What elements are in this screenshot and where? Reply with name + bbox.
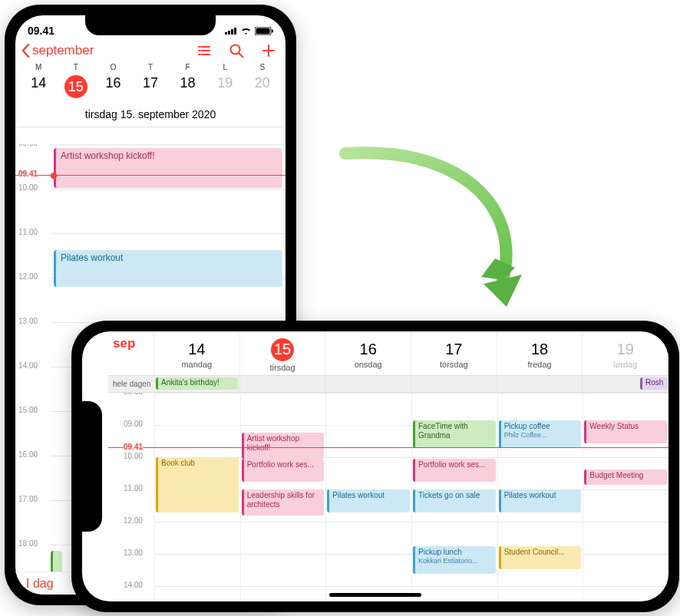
hour-label: 17.00 bbox=[18, 495, 49, 503]
allday-row: hele dagen Ankita's birthday!Rosh bbox=[108, 376, 668, 393]
calendar-event[interactable]: Budget Meeting bbox=[584, 469, 667, 485]
hour-label: 10.00 bbox=[124, 452, 143, 460]
calendar-event[interactable]: Portfolio work ses... bbox=[242, 459, 325, 482]
svg-point-7 bbox=[231, 45, 240, 54]
calendar-event[interactable]: Pilates workout bbox=[54, 250, 282, 287]
calendar-event[interactable]: Pickup coffeePhilz Coffee... bbox=[499, 420, 582, 448]
weekday-label: O bbox=[94, 63, 132, 73]
nav-bar: september bbox=[15, 40, 286, 63]
date-title: tirsdag 15. september 2020 bbox=[15, 105, 286, 127]
calendar-event[interactable]: Portfolio work ses... bbox=[413, 459, 496, 482]
week-grid[interactable]: 08.0009.0010.0011.0012.0013.0014.00Book … bbox=[108, 393, 668, 601]
calendar-event[interactable]: Pilates workout bbox=[327, 489, 410, 512]
month-label[interactable]: sep bbox=[108, 331, 154, 375]
hour-label: 13.00 bbox=[124, 548, 143, 557]
calendar-event[interactable]: Student Council... bbox=[499, 546, 582, 569]
hour-label: 14.00 bbox=[18, 361, 49, 370]
week-header: sep 14mandag15tirsdag16onsdag17torsdag18… bbox=[108, 331, 668, 376]
calendar-event[interactable]: Book club bbox=[156, 457, 239, 512]
svg-rect-5 bbox=[256, 28, 270, 34]
day-column-header[interactable]: 17torsdag bbox=[411, 331, 497, 375]
hour-label: 10.00 bbox=[18, 183, 49, 192]
notch bbox=[82, 401, 102, 532]
phone-landscape: sep 14mandag15tirsdag16onsdag17torsdag18… bbox=[71, 321, 679, 612]
signal-icon bbox=[225, 27, 237, 35]
allday-cell: Ankita's birthday! bbox=[154, 376, 240, 392]
svg-rect-3 bbox=[234, 28, 236, 35]
weekday-label: F bbox=[169, 63, 206, 73]
svg-rect-1 bbox=[228, 31, 230, 35]
search-icon[interactable] bbox=[229, 43, 244, 58]
hour-label: 12.00 bbox=[18, 272, 49, 281]
weekday-label: T bbox=[58, 63, 95, 73]
allday-cell bbox=[240, 376, 326, 392]
date-cell[interactable]: 14 bbox=[20, 73, 58, 100]
allday-cell bbox=[497, 376, 583, 392]
home-indicator[interactable] bbox=[329, 593, 421, 597]
date-cell[interactable]: 15 bbox=[58, 73, 95, 100]
calendar-event[interactable] bbox=[51, 551, 62, 572]
weekday-label: S bbox=[243, 63, 281, 73]
hour-label: 14.00 bbox=[124, 581, 143, 589]
date-cell[interactable]: 18 bbox=[169, 73, 206, 100]
back-button[interactable]: september bbox=[20, 43, 94, 58]
weekday-label: T bbox=[132, 63, 170, 73]
status-icons bbox=[225, 27, 273, 35]
calendar-event[interactable]: FaceTime with Grandma bbox=[413, 420, 496, 448]
svg-rect-0 bbox=[225, 32, 227, 35]
calendar-event[interactable]: Pilates workout bbox=[499, 489, 582, 512]
hour-label: 08.00 bbox=[124, 393, 143, 396]
allday-label: hele dagen bbox=[108, 380, 154, 388]
day-column-header[interactable]: 18fredag bbox=[497, 331, 583, 375]
weekday-label: L bbox=[206, 63, 244, 73]
landscape-screen: sep 14mandag15tirsdag16onsdag17torsdag18… bbox=[82, 331, 668, 601]
rotation-arrow-icon bbox=[307, 146, 537, 315]
wifi-icon bbox=[240, 27, 252, 35]
battery-icon bbox=[255, 27, 273, 35]
allday-event[interactable]: Ankita's birthday! bbox=[156, 377, 238, 390]
hour-label: 11.00 bbox=[18, 228, 49, 236]
now-indicator: 09.41 bbox=[108, 447, 668, 448]
day-column-header[interactable]: 16onsdag bbox=[325, 331, 411, 375]
hour-label: 09.00 bbox=[18, 144, 49, 147]
weekday-row: MTOTFLS bbox=[15, 63, 286, 73]
date-cell[interactable]: 20 bbox=[243, 73, 281, 100]
day-column-header[interactable]: 19lørdag bbox=[583, 331, 668, 375]
list-icon[interactable] bbox=[196, 43, 212, 58]
status-time: 09.41 bbox=[28, 25, 54, 37]
hour-label: 13.00 bbox=[18, 317, 49, 325]
allday-cell bbox=[411, 376, 497, 392]
date-cell[interactable]: 16 bbox=[94, 73, 132, 100]
hour-label: 12.00 bbox=[124, 516, 143, 525]
hour-label: 11.00 bbox=[124, 484, 143, 492]
allday-cell: Rosh bbox=[583, 376, 668, 392]
hour-label: 18.00 bbox=[18, 539, 49, 548]
day-column-header[interactable]: 15tirsdag bbox=[240, 331, 326, 375]
date-cell[interactable]: 19 bbox=[206, 73, 244, 100]
svg-rect-2 bbox=[231, 29, 233, 35]
date-row: 14151617181920 bbox=[15, 73, 286, 105]
allday-cell bbox=[325, 376, 411, 392]
svg-rect-6 bbox=[272, 29, 273, 32]
hour-label: 16.00 bbox=[18, 450, 49, 459]
hour-label: 15.00 bbox=[18, 406, 49, 414]
add-icon[interactable] bbox=[261, 43, 276, 58]
notch bbox=[85, 15, 216, 35]
chevron-left-icon bbox=[20, 44, 31, 58]
hour-label: 09.00 bbox=[124, 420, 143, 428]
now-indicator: 09.41 bbox=[15, 175, 286, 176]
back-label: september bbox=[32, 43, 94, 58]
calendar-event[interactable]: Leadership skills for architects bbox=[242, 489, 325, 516]
calendar-event[interactable]: Weekly Status bbox=[584, 420, 667, 443]
weekday-label: M bbox=[20, 63, 58, 73]
day-column-header[interactable]: 14mandag bbox=[154, 331, 240, 375]
calendar-event[interactable]: Artist workshop kickoff! bbox=[54, 148, 282, 188]
calendar-event[interactable]: Artist workshop kickoff! bbox=[242, 433, 325, 459]
calendar-event[interactable]: Pickup lunchKokkari Estiatorio... bbox=[413, 546, 496, 574]
date-cell[interactable]: 17 bbox=[132, 73, 170, 100]
calendar-event[interactable]: Tickets go on sale bbox=[413, 489, 496, 512]
allday-event[interactable]: Rosh bbox=[640, 377, 668, 390]
